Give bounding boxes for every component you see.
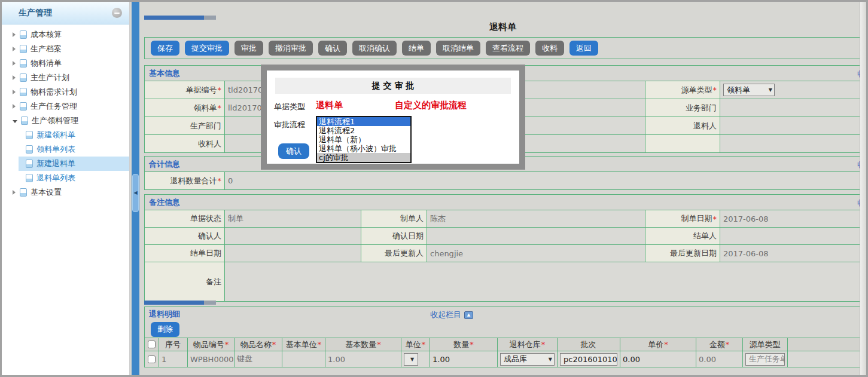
detail-button-bar: 删除 bbox=[145, 321, 861, 338]
sidebar-item-return-form-list[interactable]: 退料单列表 bbox=[19, 171, 129, 185]
document-icon bbox=[20, 30, 27, 39]
sidebar-splitter[interactable]: ◀ bbox=[132, 2, 139, 375]
progress-track bbox=[204, 16, 216, 20]
section-detail-header: 退料明细 收起栏目 ▲ bbox=[145, 307, 861, 321]
minus-circle-icon[interactable] bbox=[112, 8, 122, 18]
approve-button[interactable]: 审批 bbox=[234, 41, 263, 56]
required-mark: * bbox=[272, 340, 276, 349]
progress-fill bbox=[144, 301, 204, 305]
row-source-type-select[interactable]: 生产任务单▼ bbox=[745, 353, 785, 366]
flow-option[interactable]: 退料流程2 bbox=[317, 126, 410, 135]
sidebar-item-picking-form-list[interactable]: 领料单列表 bbox=[19, 142, 129, 157]
sidebar-item-master-production-plan[interactable]: 主生产计划 bbox=[2, 71, 129, 85]
chevron-down-icon: ▼ bbox=[769, 87, 772, 93]
dialog-title: 提 交 审 批 bbox=[275, 78, 511, 94]
empty-value-cell bbox=[720, 134, 861, 152]
document-icon bbox=[20, 59, 27, 68]
progress-fill bbox=[144, 16, 204, 20]
section-remark-info: 备注信息 收起栏目 单据状态 制单 制单人 陈杰 制单日期* 2017-06-0… bbox=[144, 194, 861, 302]
sidebar-tree: 成本核算 生产档案 物料清单 主生产计划 物料需求计划 bbox=[2, 24, 129, 200]
back-button[interactable]: 返回 bbox=[569, 41, 598, 56]
sidebar-item-new-picking-form[interactable]: 新建领料单 bbox=[19, 128, 129, 142]
make-date-value: 2017-06-08 bbox=[720, 210, 861, 227]
sidebar-item-material-requirements-plan[interactable]: 物料需求计划 bbox=[2, 85, 129, 99]
biz-dept-field[interactable] bbox=[720, 99, 861, 117]
view-flow-button[interactable]: 查看流程 bbox=[486, 41, 530, 56]
caret-right-icon bbox=[13, 190, 16, 195]
col-unit: 单位* bbox=[401, 338, 430, 351]
sidebar-item-label: 基本设置 bbox=[31, 187, 62, 198]
source-type-select[interactable]: 领料单▼ bbox=[723, 84, 775, 96]
sidebar-item-basic-settings[interactable]: 基本设置 bbox=[2, 185, 129, 200]
toolbar: 保存 提交审批 审批 撤消审批 确认 取消确认 结单 取消结单 查看流程 收料 … bbox=[144, 37, 861, 59]
select-all-checkbox[interactable] bbox=[148, 341, 156, 348]
col-price: 单价* bbox=[620, 338, 696, 351]
receive-button[interactable]: 收料 bbox=[535, 41, 564, 56]
flow-option[interactable]: 退料单（杨小波）审批 bbox=[317, 144, 410, 153]
sidebar-item-cost-accounting[interactable]: 成本核算 bbox=[2, 27, 129, 42]
collapse-section-link[interactable]: 收起栏目 ▲ bbox=[430, 309, 473, 320]
cancel-approval-button[interactable]: 撤消审批 bbox=[269, 41, 313, 56]
row-unit-cell: ▼ bbox=[401, 351, 430, 367]
caret-right-icon bbox=[13, 90, 16, 94]
flow-option[interactable]: 退料流程1 bbox=[317, 117, 410, 126]
returner-field[interactable] bbox=[720, 117, 861, 134]
delete-row-button[interactable]: 删除 bbox=[151, 322, 179, 337]
sidebar-item-production-archives[interactable]: 生产档案 bbox=[2, 42, 129, 56]
splitter-handle[interactable]: ◀ bbox=[132, 174, 139, 212]
save-button[interactable]: 保存 bbox=[151, 41, 179, 56]
sidebar-item-label: 成本核算 bbox=[31, 29, 62, 40]
cancel-confirm-button[interactable]: 取消确认 bbox=[352, 41, 397, 56]
required-mark: * bbox=[225, 340, 229, 349]
row-price-field[interactable]: 0.00 bbox=[620, 351, 696, 367]
close-date-value bbox=[225, 244, 361, 262]
col-filler bbox=[788, 338, 861, 351]
flow-option[interactable]: cj的审批 bbox=[317, 153, 410, 162]
last-updater-value: chengjie bbox=[427, 244, 645, 262]
sidebar-item-bom[interactable]: 物料清单 bbox=[2, 56, 129, 71]
close-form-button[interactable]: 结单 bbox=[402, 41, 431, 56]
row-checkbox[interactable] bbox=[148, 355, 156, 363]
total-info-grid: 退料数量合计* 0 bbox=[145, 171, 861, 189]
warehouse-select[interactable]: 成品库▼ bbox=[500, 353, 555, 366]
sidebar-item-production-picking-mgmt[interactable]: 生产领料管理 bbox=[2, 114, 129, 128]
required-mark: * bbox=[664, 340, 668, 349]
sidebar-item-production-task-mgmt[interactable]: 生产任务管理 bbox=[2, 99, 129, 114]
col-base-unit: 基本单位* bbox=[282, 338, 325, 351]
confirm-date-value bbox=[427, 227, 645, 244]
row-checkbox-cell bbox=[145, 351, 159, 367]
row-qty-field[interactable]: 1.00 bbox=[430, 351, 498, 367]
sidebar-item-label: 新建退料单 bbox=[36, 158, 75, 169]
confirm-button[interactable]: 确认 bbox=[318, 41, 347, 56]
submit-approval-button[interactable]: 提交审批 bbox=[185, 41, 229, 56]
note-field[interactable] bbox=[225, 262, 861, 301]
chevron-down-icon: ▼ bbox=[549, 357, 552, 362]
document-icon bbox=[20, 73, 27, 82]
source-type-label: 源单类型* bbox=[645, 81, 720, 99]
doc-type-label: 单据类型 bbox=[274, 102, 305, 112]
section-return-detail: 退料明细 收起栏目 ▲ 删除 序号 物品编号* 物品名称* 基本单位* 基本数量… bbox=[144, 306, 861, 367]
flow-option[interactable]: 退料单（新） bbox=[317, 135, 410, 144]
sidebar-item-label: 物料需求计划 bbox=[31, 87, 77, 97]
vertical-scrollbar[interactable] bbox=[860, 2, 866, 375]
col-base-qty: 基本数量* bbox=[325, 338, 401, 351]
returner-label: 退料人 bbox=[645, 117, 720, 134]
cancel-close-button[interactable]: 取消结单 bbox=[436, 41, 480, 56]
unit-select[interactable]: ▼ bbox=[404, 353, 418, 366]
progress-bar bbox=[144, 16, 216, 20]
select-all-header-cell bbox=[145, 338, 159, 351]
section-remark-header: 备注信息 收起栏目 bbox=[145, 195, 861, 210]
required-mark: * bbox=[713, 214, 717, 223]
dialog-confirm-button[interactable]: 确认 bbox=[278, 143, 309, 159]
doc-status-label: 单据状态 bbox=[145, 210, 225, 227]
batch-select[interactable]: pc201601010011▼ bbox=[560, 353, 617, 366]
collapse-up-icon[interactable]: ▲ bbox=[464, 311, 473, 319]
document-icon bbox=[26, 131, 33, 139]
biz-dept-label: 业务部门 bbox=[645, 99, 720, 117]
confirm-date-label: 确认日期 bbox=[361, 227, 427, 244]
sidebar-header: 生产管理 bbox=[2, 2, 129, 24]
sidebar-item-new-return-form[interactable]: 新建退料单 bbox=[19, 157, 129, 171]
source-type-cell: 领料单▼ bbox=[720, 81, 861, 99]
sidebar-item-label: 领料单列表 bbox=[36, 144, 75, 155]
return-qty-total-field[interactable]: 0 bbox=[225, 171, 861, 189]
